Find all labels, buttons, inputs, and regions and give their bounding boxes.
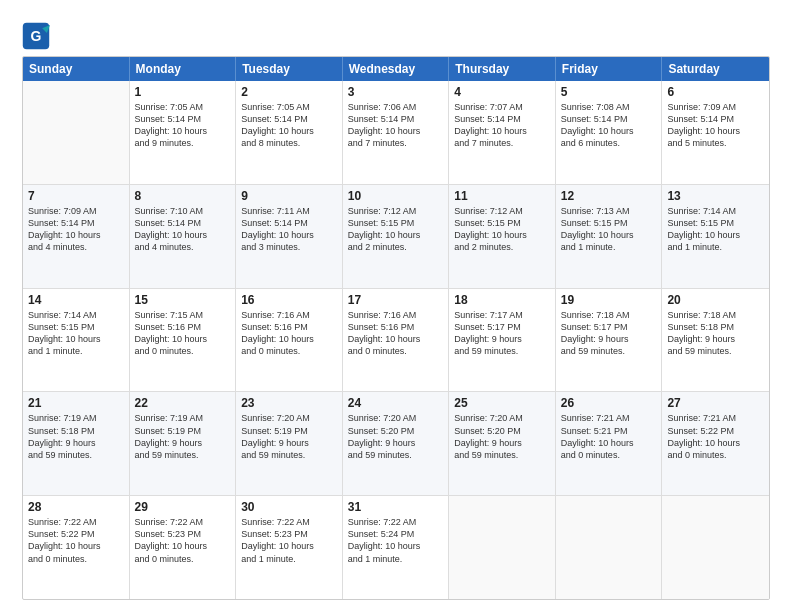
day-number: 22 [135,396,231,410]
calendar-row-1: 7Sunrise: 7:09 AMSunset: 5:14 PMDaylight… [23,185,769,289]
cell-content: Sunrise: 7:07 AMSunset: 5:14 PMDaylight:… [454,101,550,150]
day-number: 10 [348,189,444,203]
cell-content: Sunrise: 7:12 AMSunset: 5:15 PMDaylight:… [454,205,550,254]
calendar-row-3: 21Sunrise: 7:19 AMSunset: 5:18 PMDayligh… [23,392,769,496]
day-number: 15 [135,293,231,307]
cell-content: Sunrise: 7:20 AMSunset: 5:20 PMDaylight:… [348,412,444,461]
calendar-cell-2-5: 19Sunrise: 7:18 AMSunset: 5:17 PMDayligh… [556,289,663,392]
cell-content: Sunrise: 7:05 AMSunset: 5:14 PMDaylight:… [241,101,337,150]
calendar-cell-3-2: 23Sunrise: 7:20 AMSunset: 5:19 PMDayligh… [236,392,343,495]
calendar-cell-2-6: 20Sunrise: 7:18 AMSunset: 5:18 PMDayligh… [662,289,769,392]
day-number: 23 [241,396,337,410]
calendar-cell-3-0: 21Sunrise: 7:19 AMSunset: 5:18 PMDayligh… [23,392,130,495]
logo-icon: G [22,22,50,50]
cell-content: Sunrise: 7:20 AMSunset: 5:19 PMDaylight:… [241,412,337,461]
cell-content: Sunrise: 7:08 AMSunset: 5:14 PMDaylight:… [561,101,657,150]
calendar-cell-4-4 [449,496,556,599]
calendar-cell-3-1: 22Sunrise: 7:19 AMSunset: 5:19 PMDayligh… [130,392,237,495]
calendar-cell-0-1: 1Sunrise: 7:05 AMSunset: 5:14 PMDaylight… [130,81,237,184]
calendar-body: 1Sunrise: 7:05 AMSunset: 5:14 PMDaylight… [23,81,769,599]
calendar-row-2: 14Sunrise: 7:14 AMSunset: 5:15 PMDayligh… [23,289,769,393]
calendar-cell-1-2: 9Sunrise: 7:11 AMSunset: 5:14 PMDaylight… [236,185,343,288]
cell-content: Sunrise: 7:06 AMSunset: 5:14 PMDaylight:… [348,101,444,150]
cell-content: Sunrise: 7:05 AMSunset: 5:14 PMDaylight:… [135,101,231,150]
day-number: 20 [667,293,764,307]
header-day-saturday: Saturday [662,57,769,81]
day-number: 9 [241,189,337,203]
day-number: 6 [667,85,764,99]
calendar-cell-4-5 [556,496,663,599]
calendar-cell-4-0: 28Sunrise: 7:22 AMSunset: 5:22 PMDayligh… [23,496,130,599]
header-day-wednesday: Wednesday [343,57,450,81]
cell-content: Sunrise: 7:11 AMSunset: 5:14 PMDaylight:… [241,205,337,254]
calendar-cell-2-1: 15Sunrise: 7:15 AMSunset: 5:16 PMDayligh… [130,289,237,392]
day-number: 29 [135,500,231,514]
calendar-cell-1-4: 11Sunrise: 7:12 AMSunset: 5:15 PMDayligh… [449,185,556,288]
cell-content: Sunrise: 7:22 AMSunset: 5:22 PMDaylight:… [28,516,124,565]
day-number: 26 [561,396,657,410]
calendar-cell-2-2: 16Sunrise: 7:16 AMSunset: 5:16 PMDayligh… [236,289,343,392]
calendar-cell-1-6: 13Sunrise: 7:14 AMSunset: 5:15 PMDayligh… [662,185,769,288]
day-number: 16 [241,293,337,307]
cell-content: Sunrise: 7:22 AMSunset: 5:24 PMDaylight:… [348,516,444,565]
cell-content: Sunrise: 7:09 AMSunset: 5:14 PMDaylight:… [28,205,124,254]
calendar-cell-4-3: 31Sunrise: 7:22 AMSunset: 5:24 PMDayligh… [343,496,450,599]
header-day-thursday: Thursday [449,57,556,81]
header-day-tuesday: Tuesday [236,57,343,81]
calendar-cell-1-5: 12Sunrise: 7:13 AMSunset: 5:15 PMDayligh… [556,185,663,288]
cell-content: Sunrise: 7:13 AMSunset: 5:15 PMDaylight:… [561,205,657,254]
cell-content: Sunrise: 7:15 AMSunset: 5:16 PMDaylight:… [135,309,231,358]
calendar-cell-1-0: 7Sunrise: 7:09 AMSunset: 5:14 PMDaylight… [23,185,130,288]
cell-content: Sunrise: 7:14 AMSunset: 5:15 PMDaylight:… [667,205,764,254]
calendar-cell-4-1: 29Sunrise: 7:22 AMSunset: 5:23 PMDayligh… [130,496,237,599]
day-number: 21 [28,396,124,410]
calendar-row-4: 28Sunrise: 7:22 AMSunset: 5:22 PMDayligh… [23,496,769,599]
calendar-cell-1-1: 8Sunrise: 7:10 AMSunset: 5:14 PMDaylight… [130,185,237,288]
cell-content: Sunrise: 7:18 AMSunset: 5:17 PMDaylight:… [561,309,657,358]
day-number: 3 [348,85,444,99]
day-number: 12 [561,189,657,203]
day-number: 24 [348,396,444,410]
cell-content: Sunrise: 7:16 AMSunset: 5:16 PMDaylight:… [241,309,337,358]
header-day-monday: Monday [130,57,237,81]
day-number: 13 [667,189,764,203]
calendar-cell-0-2: 2Sunrise: 7:05 AMSunset: 5:14 PMDaylight… [236,81,343,184]
calendar-cell-0-4: 4Sunrise: 7:07 AMSunset: 5:14 PMDaylight… [449,81,556,184]
day-number: 2 [241,85,337,99]
cell-content: Sunrise: 7:12 AMSunset: 5:15 PMDaylight:… [348,205,444,254]
calendar-cell-1-3: 10Sunrise: 7:12 AMSunset: 5:15 PMDayligh… [343,185,450,288]
header-day-friday: Friday [556,57,663,81]
calendar-cell-3-3: 24Sunrise: 7:20 AMSunset: 5:20 PMDayligh… [343,392,450,495]
day-number: 25 [454,396,550,410]
calendar-cell-0-3: 3Sunrise: 7:06 AMSunset: 5:14 PMDaylight… [343,81,450,184]
calendar-cell-0-6: 6Sunrise: 7:09 AMSunset: 5:14 PMDaylight… [662,81,769,184]
calendar: SundayMondayTuesdayWednesdayThursdayFrid… [22,56,770,600]
day-number: 4 [454,85,550,99]
cell-content: Sunrise: 7:16 AMSunset: 5:16 PMDaylight:… [348,309,444,358]
calendar-cell-2-3: 17Sunrise: 7:16 AMSunset: 5:16 PMDayligh… [343,289,450,392]
cell-content: Sunrise: 7:21 AMSunset: 5:21 PMDaylight:… [561,412,657,461]
cell-content: Sunrise: 7:19 AMSunset: 5:18 PMDaylight:… [28,412,124,461]
header: G [22,18,770,50]
calendar-row-0: 1Sunrise: 7:05 AMSunset: 5:14 PMDaylight… [23,81,769,185]
calendar-cell-3-5: 26Sunrise: 7:21 AMSunset: 5:21 PMDayligh… [556,392,663,495]
day-number: 19 [561,293,657,307]
cell-content: Sunrise: 7:22 AMSunset: 5:23 PMDaylight:… [135,516,231,565]
day-number: 17 [348,293,444,307]
calendar-header: SundayMondayTuesdayWednesdayThursdayFrid… [23,57,769,81]
svg-text:G: G [31,28,42,44]
day-number: 11 [454,189,550,203]
page: G SundayMondayTuesdayWednesdayThursdayFr… [0,0,792,612]
day-number: 28 [28,500,124,514]
cell-content: Sunrise: 7:18 AMSunset: 5:18 PMDaylight:… [667,309,764,358]
cell-content: Sunrise: 7:17 AMSunset: 5:17 PMDaylight:… [454,309,550,358]
day-number: 30 [241,500,337,514]
day-number: 14 [28,293,124,307]
calendar-cell-2-0: 14Sunrise: 7:14 AMSunset: 5:15 PMDayligh… [23,289,130,392]
calendar-cell-3-6: 27Sunrise: 7:21 AMSunset: 5:22 PMDayligh… [662,392,769,495]
calendar-cell-4-6 [662,496,769,599]
header-day-sunday: Sunday [23,57,130,81]
cell-content: Sunrise: 7:22 AMSunset: 5:23 PMDaylight:… [241,516,337,565]
cell-content: Sunrise: 7:14 AMSunset: 5:15 PMDaylight:… [28,309,124,358]
calendar-cell-0-0 [23,81,130,184]
